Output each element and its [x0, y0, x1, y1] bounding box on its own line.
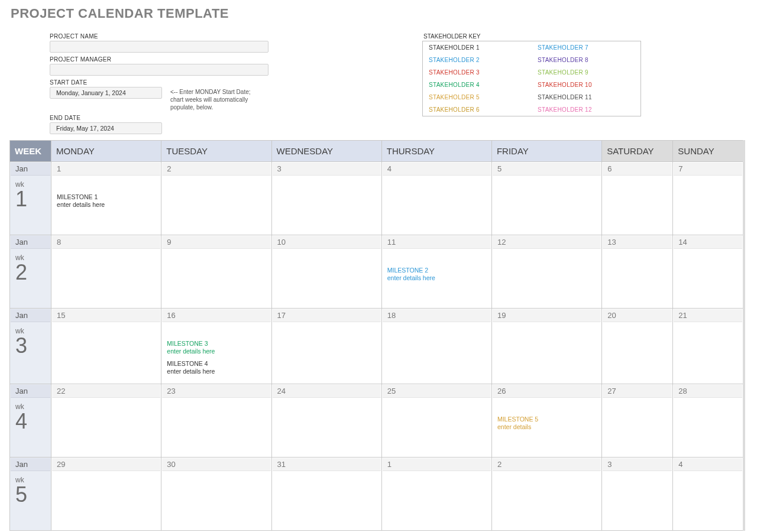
stakeholder-key-label: STAKEHOLDER KEY: [423, 33, 641, 40]
stakeholder-key-item: STAKEHOLDER 3: [423, 66, 532, 79]
project-name-input[interactable]: [50, 41, 268, 53]
day-header: TUESDAY: [161, 141, 271, 162]
week-month: Jan: [11, 385, 50, 398]
day-header: THURSDAY: [381, 141, 491, 162]
day-number: 20: [603, 309, 672, 322]
day-number: 29: [52, 458, 160, 471]
day-cell[interactable]: 28: [673, 384, 744, 457]
day-cell[interactable]: 26MILESTONE 5enter details: [491, 384, 601, 457]
day-header: FRIDAY: [491, 141, 601, 162]
calendar-event[interactable]: MILESTONE 4enter details here: [167, 360, 266, 375]
day-cell[interactable]: 6: [602, 162, 673, 235]
week-month: Jan: [11, 458, 50, 471]
week-number: 1: [11, 189, 50, 213]
stakeholder-key-item: STAKEHOLDER 1: [423, 41, 532, 54]
day-number: 31: [273, 458, 381, 471]
start-date-input[interactable]: Monday, January 1, 2024: [50, 87, 162, 99]
day-cell[interactable]: 5: [491, 162, 601, 235]
day-cell[interactable]: 29: [51, 457, 161, 530]
day-cell[interactable]: 18: [381, 309, 491, 384]
day-cell[interactable]: 23: [161, 384, 271, 457]
stakeholder-key-item: STAKEHOLDER 9: [532, 66, 640, 79]
project-manager-input[interactable]: [50, 64, 268, 76]
stakeholder-key-item: STAKEHOLDER 10: [532, 79, 640, 91]
calendar-event[interactable]: MILESTONE 5enter details: [497, 416, 596, 431]
day-cell[interactable]: 24: [271, 384, 381, 457]
day-number: 27: [603, 385, 672, 398]
day-cell[interactable]: 14: [673, 235, 744, 309]
day-number: 21: [674, 309, 742, 322]
day-number: 16: [162, 309, 270, 322]
day-cell[interactable]: 20: [602, 309, 673, 384]
stakeholder-key-item: STAKEHOLDER 11: [532, 91, 640, 103]
day-cell[interactable]: 25: [381, 384, 491, 457]
calendar-grid: WEEK MONDAYTUESDAYWEDNESDAYTHURSDAYFRIDA…: [9, 140, 745, 531]
day-cell[interactable]: 30: [161, 457, 271, 530]
day-cell[interactable]: 1MILESTONE 1enter details here: [51, 162, 161, 235]
day-number: 11: [383, 236, 491, 249]
day-cell[interactable]: 21: [673, 309, 744, 384]
end-date-label: END DATE: [50, 115, 316, 121]
day-cell[interactable]: 15: [51, 309, 161, 384]
week-number: 5: [11, 484, 50, 509]
day-number: 22: [52, 385, 160, 398]
day-cell[interactable]: 22: [51, 384, 161, 457]
calendar-event[interactable]: MILESTONE 1enter details here: [57, 193, 156, 209]
stakeholder-key-item: STAKEHOLDER 8: [532, 54, 640, 66]
day-cell[interactable]: 13: [602, 235, 673, 309]
day-number: 1: [383, 458, 491, 471]
week-number: 3: [11, 335, 50, 360]
day-number: 19: [493, 309, 601, 322]
day-number: 23: [162, 385, 270, 398]
stakeholder-key-item: STAKEHOLDER 2: [423, 54, 532, 66]
day-cell[interactable]: 12: [491, 235, 601, 309]
week-number: 2: [11, 262, 50, 287]
day-cell[interactable]: 7: [673, 162, 744, 235]
stakeholder-key-item: STAKEHOLDER 5: [423, 91, 532, 103]
day-cell[interactable]: 27: [602, 384, 673, 457]
project-manager-label: PROJECT MANAGER: [50, 56, 316, 63]
start-date-note: <-- Enter MONDAY Start Date; chart weeks…: [170, 88, 259, 111]
day-number: 12: [493, 236, 601, 249]
day-number: 25: [383, 385, 491, 398]
day-cell[interactable]: 3: [271, 162, 381, 235]
stakeholder-key-item: STAKEHOLDER 6: [423, 103, 532, 116]
calendar-event[interactable]: MILESTONE 2enter details here: [387, 267, 486, 282]
calendar-event[interactable]: MILESTONE 3enter details here: [167, 340, 266, 355]
day-number: 5: [493, 163, 601, 176]
day-cell[interactable]: 8: [51, 235, 161, 309]
stakeholder-key-item: STAKEHOLDER 12: [532, 103, 640, 116]
day-number: 15: [52, 309, 160, 322]
day-cell[interactable]: 10: [271, 235, 381, 309]
stakeholder-key-panel: STAKEHOLDER 1STAKEHOLDER 7STAKEHOLDER 2S…: [422, 41, 641, 116]
day-cell[interactable]: 2: [491, 457, 601, 530]
day-cell[interactable]: 19: [491, 309, 601, 384]
day-number: 10: [273, 236, 381, 249]
day-cell[interactable]: 16MILESTONE 3enter details hereMILESTONE…: [161, 309, 271, 384]
day-number: 24: [273, 385, 381, 398]
day-number: 17: [273, 309, 381, 322]
day-cell[interactable]: 17: [271, 309, 381, 384]
week-number: 4: [11, 411, 50, 436]
day-cell[interactable]: 4: [673, 457, 744, 530]
day-cell[interactable]: 3: [602, 457, 673, 530]
end-date-input[interactable]: Friday, May 17, 2024: [50, 122, 162, 134]
day-header: WEDNESDAY: [271, 141, 381, 162]
day-number: 18: [383, 309, 491, 322]
day-number: 13: [603, 236, 672, 249]
day-cell[interactable]: 4: [381, 162, 491, 235]
metadata-panel: PROJECT NAME PROJECT MANAGER START DATE …: [50, 30, 748, 134]
day-number: 30: [162, 458, 270, 471]
day-cell[interactable]: 9: [161, 235, 271, 309]
day-cell[interactable]: 11MILESTONE 2enter details here: [381, 235, 491, 309]
page-title: PROJECT CALENDAR TEMPLATE: [11, 6, 748, 21]
week-cell: Janwk4: [10, 384, 51, 457]
day-cell[interactable]: 31: [271, 457, 381, 530]
start-date-label: START DATE: [50, 79, 316, 86]
day-number: 26: [493, 385, 601, 398]
day-cell[interactable]: 2: [161, 162, 271, 235]
day-number: 3: [603, 458, 672, 471]
day-cell[interactable]: 1: [381, 457, 491, 530]
week-cell: Janwk5: [10, 457, 51, 530]
day-number: 2: [162, 163, 270, 176]
